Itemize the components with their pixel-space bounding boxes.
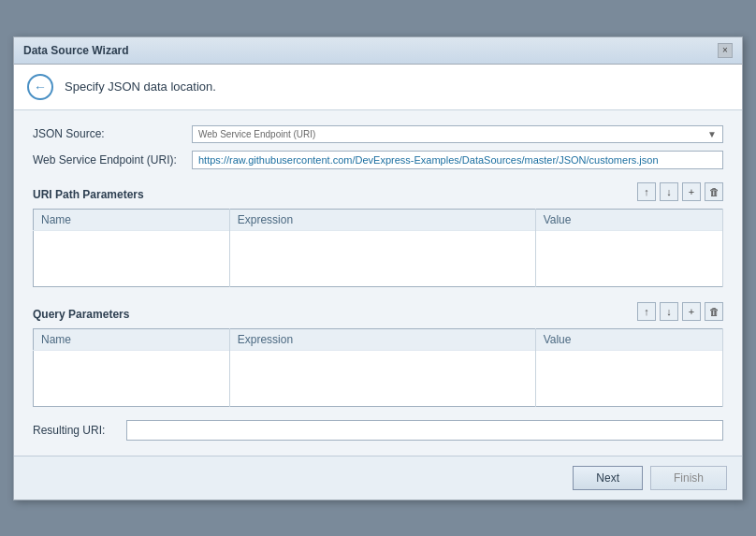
- uri-col-name: Name: [34, 209, 230, 230]
- dialog-footer: Next Finish: [14, 456, 742, 500]
- json-source-value: Web Service Endpoint (URI): [198, 129, 315, 139]
- query-empty-value: [535, 350, 722, 406]
- finish-button[interactable]: Finish: [650, 466, 727, 490]
- close-icon: ×: [722, 45, 728, 55]
- query-empty-expression: [229, 350, 535, 406]
- uri-params-title: URI Path Parameters: [33, 188, 144, 201]
- query-move-down-button[interactable]: ↓: [660, 302, 678, 321]
- wizard-content: JSON Source: Web Service Endpoint (URI) …: [14, 110, 742, 456]
- add-icon: +: [689, 306, 694, 317]
- header-instruction: Specify JSON data location.: [65, 80, 216, 94]
- uri-params-table: Name Expression Value: [33, 209, 723, 287]
- uri-col-expression: Expression: [229, 209, 535, 230]
- delete-icon: 🗑: [709, 186, 720, 197]
- uri-empty-name: [34, 230, 230, 286]
- query-params-title: Query Parameters: [33, 308, 129, 321]
- query-params-section: Query Parameters ↑ ↓ + 🗑: [33, 297, 723, 407]
- uri-move-down-button[interactable]: ↓: [660, 182, 678, 201]
- uri-params-section: URI Path Parameters ↑ ↓ + 🗑: [33, 177, 723, 287]
- endpoint-row: Web Service Endpoint (URI):: [33, 151, 723, 169]
- query-add-button[interactable]: +: [682, 302, 701, 321]
- uri-delete-button[interactable]: 🗑: [705, 182, 723, 201]
- json-source-label: JSON Source:: [33, 127, 192, 140]
- query-move-up-button[interactable]: ↑: [637, 302, 656, 321]
- close-button[interactable]: ×: [718, 43, 733, 58]
- data-source-wizard-dialog: Data Source Wizard × ← Specify JSON data…: [13, 36, 743, 500]
- query-table-header-row: Name Expression Value: [34, 328, 723, 350]
- resulting-uri-input[interactable]: [126, 420, 723, 441]
- json-source-dropdown[interactable]: Web Service Endpoint (URI) ▼: [192, 125, 723, 143]
- uri-table-header-row: Name Expression Value: [34, 209, 723, 230]
- query-col-expression: Expression: [229, 328, 535, 350]
- json-source-row: JSON Source: Web Service Endpoint (URI) …: [33, 125, 723, 143]
- uri-empty-row: [34, 230, 723, 286]
- query-empty-row: [34, 350, 723, 406]
- endpoint-control: [192, 151, 723, 169]
- add-icon: +: [689, 186, 694, 197]
- query-delete-button[interactable]: 🗑: [705, 302, 723, 321]
- delete-icon: 🗑: [709, 306, 720, 317]
- query-params-actions: ↑ ↓ + 🗑: [637, 302, 723, 321]
- uri-move-up-button[interactable]: ↑: [637, 182, 656, 201]
- resulting-uri-label: Resulting URI:: [33, 424, 126, 437]
- up-arrow-icon: ↑: [644, 186, 649, 197]
- next-button[interactable]: Next: [573, 466, 643, 490]
- uri-empty-expression: [229, 230, 535, 286]
- uri-empty-value: [535, 230, 722, 286]
- title-bar: Data Source Wizard ×: [14, 37, 742, 65]
- json-source-control: Web Service Endpoint (URI) ▼: [192, 125, 723, 143]
- resulting-uri-row: Resulting URI:: [33, 420, 723, 441]
- query-empty-name: [34, 350, 230, 406]
- endpoint-input[interactable]: [192, 151, 723, 169]
- up-arrow-icon: ↑: [644, 306, 649, 317]
- back-button[interactable]: ←: [27, 74, 53, 100]
- uri-params-actions: ↑ ↓ + 🗑: [637, 182, 723, 201]
- uri-add-button[interactable]: +: [682, 182, 701, 201]
- query-col-name: Name: [34, 328, 230, 350]
- dropdown-arrow-icon: ▼: [707, 129, 717, 139]
- down-arrow-icon: ↓: [666, 186, 672, 197]
- query-params-toolbar: Query Parameters ↑ ↓ + 🗑: [33, 297, 723, 326]
- header-bar: ← Specify JSON data location.: [14, 65, 742, 110]
- endpoint-label: Web Service Endpoint (URI):: [33, 153, 192, 167]
- uri-col-value: Value: [535, 209, 722, 230]
- query-col-value: Value: [535, 328, 722, 350]
- back-icon: ←: [34, 80, 47, 94]
- uri-params-toolbar: URI Path Parameters ↑ ↓ + 🗑: [33, 177, 723, 207]
- dialog-title: Data Source Wizard: [23, 44, 129, 57]
- down-arrow-icon: ↓: [666, 306, 672, 317]
- query-params-table: Name Expression Value: [33, 328, 723, 407]
